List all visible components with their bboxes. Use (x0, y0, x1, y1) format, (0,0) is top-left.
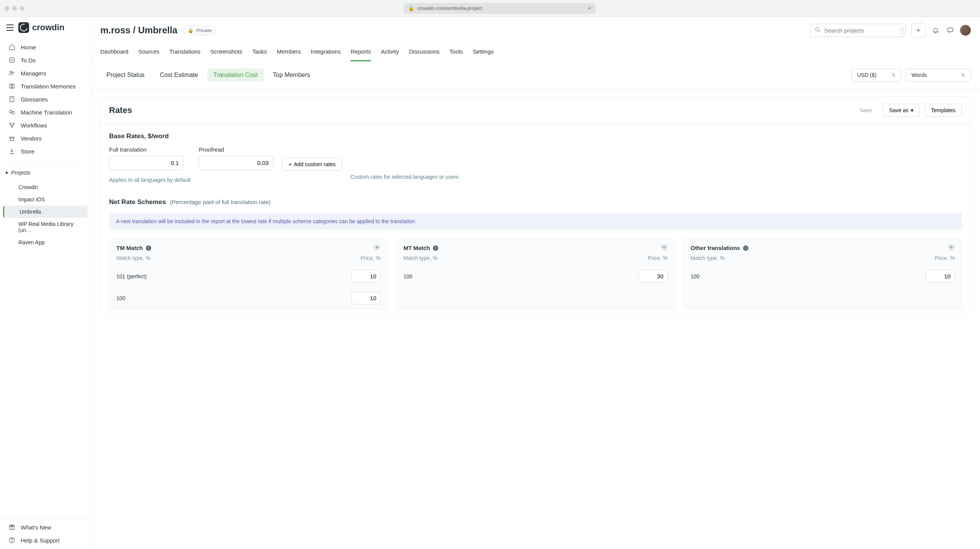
window-controls (5, 6, 24, 11)
gear-icon[interactable] (374, 244, 381, 252)
price-input[interactable] (639, 270, 668, 283)
gear-icon[interactable] (948, 244, 955, 252)
store-icon (8, 135, 15, 142)
sidebar-item-managers[interactable]: Managers (3, 67, 88, 80)
sidebar-item-label: Crowdin (18, 184, 38, 190)
close-light[interactable] (5, 6, 9, 11)
scheme-card-tm-match: TM Match i Match type, % Price, % 101 (p… (109, 238, 388, 309)
tab-members[interactable]: Members (277, 44, 301, 61)
subtab-translation-cost[interactable]: Translation Cost (207, 69, 264, 82)
scheme-row: 100 (397, 265, 675, 287)
project-tabs: DashboardSourcesTranslationsScreenshotsT… (91, 44, 980, 62)
col-match: Match type, % (403, 255, 438, 261)
tab-sources[interactable]: Sources (138, 44, 159, 61)
menu-toggle[interactable] (6, 25, 14, 31)
create-button[interactable] (911, 23, 926, 38)
projects-label: Projects (11, 170, 31, 176)
brand-logo[interactable]: crowdin (18, 22, 64, 33)
notifications-button[interactable] (931, 26, 940, 35)
svg-point-13 (12, 541, 12, 542)
sidebar-item-what-s-new[interactable]: What's New (3, 521, 88, 534)
sidebar-item-label: Store (21, 148, 34, 155)
sidebar-item-store[interactable]: Store (3, 145, 88, 158)
full-translation-input[interactable] (109, 156, 184, 170)
sidebar-item-help-support[interactable]: Help & Support (3, 534, 88, 547)
unit-select[interactable]: Words⇅ (906, 69, 971, 82)
col-price: Price, % (935, 255, 955, 261)
projects-toggle[interactable]: ▾ Projects (0, 167, 91, 179)
subtab-cost-estimate[interactable]: Cost Estimate (154, 69, 204, 82)
save-as-button[interactable]: Save as ▾ (883, 104, 920, 117)
sidebar-item-impact-ios[interactable]: Impact iOS (3, 193, 88, 206)
sidebar-item-label: Help & Support (21, 537, 60, 544)
save-button[interactable]: Save (854, 104, 878, 117)
sidebar-item-translation-memories[interactable]: Translation Memories (3, 80, 88, 93)
gear-icon[interactable] (661, 244, 668, 252)
plus-icon: + (288, 161, 291, 167)
minimize-light[interactable] (12, 6, 17, 11)
browser-chrome: 🔒 crowdin.com/umbrella-project ★ (0, 0, 980, 17)
tab-translations[interactable]: Translations (169, 44, 200, 61)
sidebar-item-home[interactable]: Home (3, 41, 88, 54)
default-hint: Applies to all languages by default (109, 177, 190, 183)
sidebar-item-vendors[interactable]: Vendors (3, 132, 88, 145)
net-rate-heading: Net Rate Schemes (Percentage paid of ful… (109, 198, 962, 206)
tab-reports[interactable]: Reports (351, 44, 371, 61)
tab-tasks[interactable]: Tasks (252, 44, 267, 61)
subtab-project-status[interactable]: Project Status (100, 69, 151, 82)
url-bar[interactable]: 🔒 crowdin.com/umbrella-project ★ (404, 3, 596, 14)
tab-tools[interactable]: Tools (449, 44, 463, 61)
svg-rect-6 (12, 112, 14, 114)
scheme-row: 101 (perfect) (109, 265, 387, 287)
svg-point-20 (663, 247, 665, 248)
tab-screenshots[interactable]: Screenshots (211, 44, 242, 61)
svg-rect-18 (947, 28, 953, 32)
sidebar-item-label: Home (21, 44, 36, 51)
sidebar-item-raven-app[interactable]: Raven App (3, 236, 88, 248)
tab-settings[interactable]: Settings (473, 44, 493, 61)
sidebar-item-workflows[interactable]: Workflows (3, 119, 88, 132)
info-icon[interactable]: i (743, 245, 748, 251)
tab-dashboard[interactable]: Dashboard (100, 44, 128, 61)
info-icon[interactable]: i (146, 245, 151, 251)
sidebar-item-wp-real-media-library-un-[interactable]: WP Real Media Library (un… (3, 218, 88, 236)
bookmark-star-icon[interactable]: ★ (587, 5, 592, 11)
sidebar-item-label: Managers (21, 70, 46, 77)
svg-line-15 (818, 31, 820, 32)
tab-discussions[interactable]: Discussions (409, 44, 439, 61)
scheme-card-mt-match: MT Match i Match type, % Price, % 100 (396, 238, 675, 309)
sidebar-item-label: Translation Memories (21, 83, 76, 90)
sidebar-item-crowdin[interactable]: Crowdin (3, 181, 88, 193)
search-input-wrap[interactable]: / (810, 24, 906, 37)
chevron-down-icon: ▾ (911, 107, 913, 113)
sidebar-item-machine-translation[interactable]: Machine Translation (3, 106, 88, 119)
sidebar-item-glossaries[interactable]: Glossaries (3, 93, 88, 106)
sidebar-item-umbrella[interactable]: Umbrella (3, 206, 88, 218)
add-custom-rates-button[interactable]: + Add custom rates (282, 158, 342, 171)
price-input[interactable] (926, 270, 955, 283)
messages-button[interactable] (946, 26, 955, 35)
currency-select[interactable]: USD ($)⇅ (851, 69, 901, 82)
info-icon[interactable]: i (433, 245, 438, 251)
zoom-light[interactable] (20, 6, 24, 11)
logo-mark-icon (18, 22, 29, 33)
price-input[interactable] (351, 270, 381, 283)
lock-icon: 🔒 (408, 5, 414, 11)
sidebar-item-to-do[interactable]: To Do (3, 54, 88, 67)
col-price: Price, % (648, 255, 668, 261)
sidebar-item-label: WP Real Media Library (un… (18, 221, 82, 233)
report-subnav: Project StatusCost EstimateTranslation C… (91, 62, 980, 89)
brand-text: crowdin (32, 23, 64, 33)
svg-point-21 (951, 247, 952, 248)
svg-point-19 (376, 247, 378, 248)
templates-button[interactable]: Templates (924, 104, 962, 117)
search-input[interactable] (824, 27, 897, 34)
proofread-input[interactable] (199, 156, 273, 170)
tab-activity[interactable]: Activity (381, 44, 399, 61)
sidebar: crowdin HomeTo DoManagersTranslation Mem… (0, 17, 91, 549)
user-avatar[interactable] (960, 25, 971, 36)
price-input[interactable] (351, 292, 381, 304)
tab-integrations[interactable]: Integrations (311, 44, 341, 61)
scheme-title: MT Match (403, 245, 430, 251)
subtab-top-members[interactable]: Top Members (267, 69, 316, 82)
